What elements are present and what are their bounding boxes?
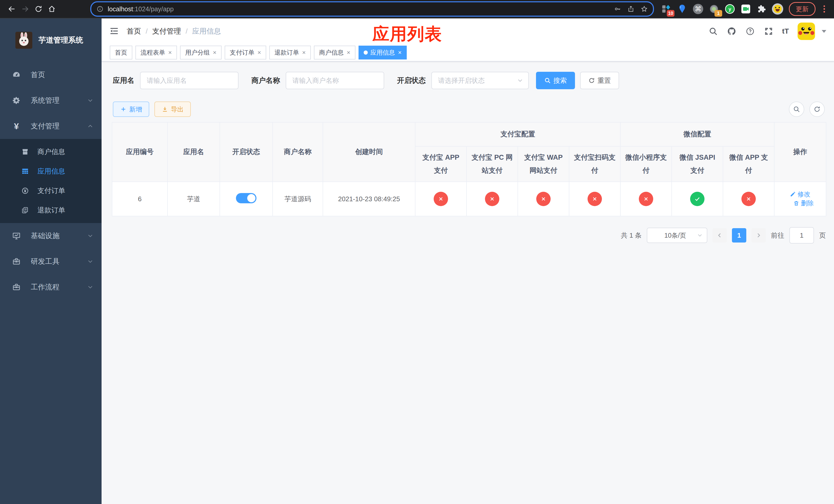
status-label: 开启状态 <box>397 76 426 85</box>
profile-avatar-icon[interactable] <box>771 3 784 15</box>
collapse-sidebar-icon[interactable] <box>109 26 119 37</box>
page-size-select[interactable]: 10条/页 <box>647 228 707 243</box>
sidebar-item-支付管理[interactable]: ¥支付管理 <box>0 113 102 139</box>
sidebar-menu: 首页系统管理¥支付管理商户信息应用信息支付订单退款订单基础设施研发工具工作流程 <box>0 62 102 300</box>
document-icon <box>21 205 30 216</box>
merchant-name-input[interactable] <box>286 72 384 89</box>
status-select[interactable]: 请选择开启状态 <box>431 72 529 89</box>
search-icon[interactable] <box>708 26 718 36</box>
add-button[interactable]: 新增 <box>113 101 149 117</box>
extension-chat-icon[interactable] <box>740 3 752 15</box>
sidebar-item-支付订单[interactable]: 支付订单 <box>0 181 102 201</box>
extensions-row: 10 ⌘ 1 y <box>660 3 784 15</box>
help-icon[interactable] <box>745 26 755 36</box>
close-icon <box>591 196 598 202</box>
tab-首页[interactable]: 首页 <box>110 46 132 60</box>
chrome-menu-icon[interactable] <box>820 5 829 13</box>
cell-status <box>220 182 272 216</box>
delete-link[interactable]: 删除 <box>793 199 814 207</box>
prev-page-button[interactable] <box>712 228 727 243</box>
col-actions: 操作 <box>774 122 826 182</box>
extension-balloon-icon[interactable] <box>676 3 688 15</box>
extension-blocks-icon[interactable]: 10 <box>660 3 673 15</box>
reset-button[interactable]: 重置 <box>580 72 619 89</box>
close-tab-icon[interactable]: × <box>302 49 306 56</box>
sidebar-item-label: 研发工具 <box>31 257 87 266</box>
refresh-table-button[interactable] <box>809 101 825 117</box>
puzzle-extensions-icon[interactable] <box>755 3 768 15</box>
col-alipay-wap: 支付宝 WAP 网站支付 <box>518 146 569 182</box>
extension-y-icon[interactable]: y <box>724 3 736 15</box>
col-app-id: 应用编号 <box>112 122 168 182</box>
github-icon[interactable] <box>727 26 737 36</box>
tab-应用信息[interactable]: 应用信息× <box>358 46 407 60</box>
search-button[interactable]: 搜索 <box>536 72 575 89</box>
col-app-name: 应用名 <box>168 122 220 182</box>
cell-app-name: 芋道 <box>168 182 220 216</box>
show-search-toggle-button[interactable] <box>789 101 804 117</box>
tab-用户分组[interactable]: 用户分组× <box>180 46 222 60</box>
extension-record-icon[interactable]: 1 <box>708 3 720 15</box>
refresh-icon <box>813 106 821 113</box>
sidebar-item-label: 基础设施 <box>31 231 87 241</box>
goto-unit: 页 <box>819 231 826 240</box>
breadcrumb-home[interactable]: 首页 <box>127 26 141 36</box>
sidebar-item-label: 系统管理 <box>31 96 87 105</box>
plus-icon <box>120 106 127 113</box>
address-bar[interactable]: localhost:1024/pay/app <box>90 1 654 17</box>
enabled-toggle[interactable] <box>236 193 257 203</box>
col-created: 创建时间 <box>323 122 415 182</box>
user-avatar[interactable] <box>797 23 815 40</box>
sidebar-item-基础设施[interactable]: 基础设施 <box>0 223 102 249</box>
close-tab-icon[interactable]: × <box>398 49 402 56</box>
tab-label: 用户分组 <box>185 48 210 56</box>
share-icon[interactable] <box>627 5 635 13</box>
export-button[interactable]: 导出 <box>154 101 191 117</box>
key-icon[interactable] <box>614 5 621 13</box>
sidebar-item-系统管理[interactable]: 系统管理 <box>0 88 102 113</box>
group-wechat-config: 微信配置 <box>620 122 774 146</box>
back-icon[interactable] <box>5 2 19 16</box>
tab-流程表单[interactable]: 流程表单× <box>135 46 177 60</box>
close-tab-icon[interactable]: × <box>213 49 216 56</box>
fullscreen-icon[interactable] <box>764 26 773 36</box>
close-icon <box>540 196 547 202</box>
chevron-right-icon <box>755 232 762 238</box>
group-alipay-config: 支付宝配置 <box>415 122 620 146</box>
goto-page-input[interactable] <box>789 227 814 244</box>
navbar: 首页 / 支付管理 / 应用信息 应用列表 tT <box>102 19 834 44</box>
tab-支付订单[interactable]: 支付订单× <box>225 46 266 60</box>
check-icon <box>694 196 701 202</box>
extension-command-icon[interactable]: ⌘ <box>692 3 704 15</box>
current-page-button[interactable]: 1 <box>732 228 746 243</box>
chevron-left-icon <box>717 232 723 238</box>
next-page-button[interactable] <box>751 228 766 243</box>
sidebar-item-label: 商户信息 <box>38 147 93 156</box>
edit-link[interactable]: 修改 <box>790 190 810 199</box>
avatar-dropdown-caret[interactable] <box>822 30 826 33</box>
sidebar-item-研发工具[interactable]: 研发工具 <box>0 249 102 274</box>
sidebar-item-退款订单[interactable]: 退款订单 <box>0 201 102 220</box>
cell-alipay-app-status <box>415 182 466 216</box>
tab-退款订单[interactable]: 退款订单× <box>269 46 311 60</box>
sidebar-item-商户信息[interactable]: 商户信息 <box>0 142 102 161</box>
sidebar-item-工作流程[interactable]: 工作流程 <box>0 274 102 300</box>
bookmark-star-icon[interactable] <box>641 5 648 13</box>
close-tab-icon[interactable]: × <box>258 49 261 56</box>
chrome-update-button[interactable]: 更新 <box>789 2 815 16</box>
app-name-input[interactable] <box>140 72 239 89</box>
reload-icon[interactable] <box>32 2 45 16</box>
gear-icon <box>11 95 22 106</box>
sidebar-item-首页[interactable]: 首页 <box>0 62 102 88</box>
sidebar-item-应用信息[interactable]: 应用信息 <box>0 161 102 181</box>
close-tab-icon[interactable]: × <box>168 49 172 56</box>
breadcrumb-pay[interactable]: 支付管理 <box>152 26 181 36</box>
tab-商户信息[interactable]: 商户信息× <box>314 46 355 60</box>
cell-alipay-pc-status <box>466 182 518 216</box>
pagination: 共 1 条 10条/页 1 前往 页 <box>112 227 826 244</box>
font-size-icon[interactable]: tT <box>782 27 789 36</box>
home-icon[interactable] <box>45 2 59 16</box>
total-count: 共 1 条 <box>621 231 642 240</box>
close-tab-icon[interactable]: × <box>347 49 350 56</box>
forward-icon[interactable] <box>19 2 32 16</box>
